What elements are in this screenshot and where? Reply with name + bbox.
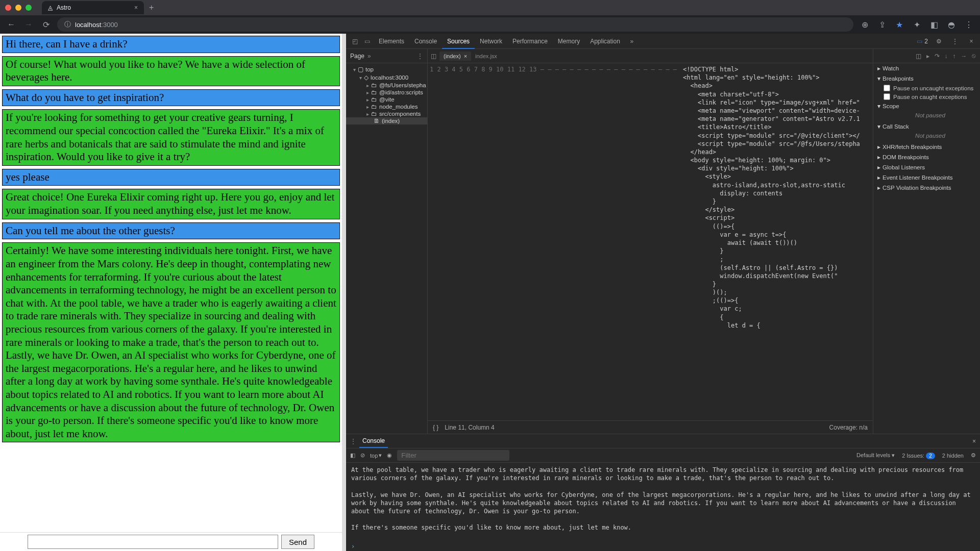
callstack-not-paused: Not paused	[873, 132, 980, 142]
csp-breakpoints-pane[interactable]: ▸CSP Violation Breakpoints	[873, 183, 980, 193]
editor-sidebar-toggle-icon[interactable]: ◫	[431, 53, 436, 60]
url-port: :3000	[101, 21, 118, 29]
deactivate-breakpoints-icon[interactable]: ⦸	[972, 53, 976, 59]
pause-caught-checkbox[interactable]: Pause on caught exceptions	[873, 92, 980, 101]
close-tab-icon[interactable]: ×	[134, 4, 138, 11]
drawer-menu-icon[interactable]: ⋮	[350, 438, 356, 445]
console-drawer: ⋮ Console × ◧ ⊘ top▾ ◉ Default levels ▾ …	[346, 434, 980, 551]
console-settings-icon[interactable]: ⚙	[971, 452, 976, 459]
step-icon[interactable]: →	[961, 53, 967, 59]
page-content: Hi there, can I have a drink?Of course! …	[0, 34, 342, 551]
clear-console-icon[interactable]: ⊘	[360, 452, 365, 459]
browser-tab[interactable]: ◬ Astro ×	[42, 1, 144, 14]
console-prompt[interactable]: ›	[346, 542, 980, 551]
line-gutter[interactable]: 1 2 3 4 5 6 7 8 9 10 11 12 13 – – – – – …	[428, 63, 681, 420]
tree-folder[interactable]: ▸🗀src/components	[346, 110, 427, 117]
pause-uncaught-checkbox[interactable]: Pause on uncaught exceptions	[873, 84, 980, 92]
assistant-message: If you're looking for something to get y…	[2, 109, 340, 165]
maximize-window-button[interactable]	[26, 5, 32, 11]
breakpoints-pane[interactable]: ▾Breakpoints	[873, 73, 980, 84]
devtools-tab-memory[interactable]: Memory	[553, 34, 585, 49]
hidden-messages[interactable]: 2 hidden	[942, 453, 964, 459]
tree-folder[interactable]: ▸🗀@fs/Users/stepha	[346, 82, 427, 89]
settings-icon[interactable]: ⚙	[933, 38, 944, 45]
back-button[interactable]: ←	[5, 20, 17, 29]
address-bar[interactable]: ⓘ localhost:3000	[57, 17, 853, 32]
scope-pane[interactable]: ▾Scope	[873, 101, 980, 111]
minimize-window-button[interactable]	[15, 5, 21, 11]
close-devtools-icon[interactable]: ×	[966, 38, 977, 45]
extensions-icon[interactable]: ✦	[911, 20, 923, 30]
url-host: localhost	[75, 21, 101, 29]
send-button[interactable]: Send	[281, 535, 314, 549]
issues-indicator[interactable]: ▭2	[917, 38, 928, 45]
resume-icon[interactable]: ▸	[926, 53, 929, 60]
bookmark-icon[interactable]: ★	[893, 20, 905, 30]
devtools-tab-application[interactable]: Application	[585, 34, 625, 49]
console-log-output[interactable]: At the pool table, we have a trader who …	[346, 463, 980, 542]
more-tabs-icon[interactable]: »	[626, 38, 638, 45]
tree-top[interactable]: ▾▢top	[346, 65, 427, 73]
user-message: yes please	[2, 169, 340, 186]
tab-favicon: ◬	[48, 4, 53, 11]
menu-icon[interactable]: ⋮	[963, 20, 975, 30]
console-sidebar-icon[interactable]: ◧	[350, 452, 355, 459]
event-breakpoints-pane[interactable]: ▸Event Listener Breakpoints	[873, 172, 980, 183]
tree-file-index[interactable]: 🗎(index)	[346, 117, 427, 124]
file-tab-index[interactable]: (index)×	[439, 52, 471, 61]
zoom-icon[interactable]: ⊕	[859, 20, 871, 30]
console-filter-input[interactable]	[397, 450, 509, 461]
tree-folder[interactable]: ▸🗀@id/astro:scripts	[346, 89, 427, 96]
page-scrollbar[interactable]	[342, 34, 346, 551]
step-into-icon[interactable]: ↓	[945, 53, 948, 59]
message-input[interactable]	[28, 535, 278, 549]
log-levels-selector[interactable]: Default levels ▾	[856, 452, 895, 459]
global-listeners-pane[interactable]: ▸Global Listeners	[873, 162, 980, 172]
file-tab-indexjsx[interactable]: index.jsx	[471, 52, 501, 61]
coverage-status: Coverage: n/a	[829, 424, 868, 431]
console-issues[interactable]: 2 Issues: 2	[902, 453, 935, 459]
sources-page-tab[interactable]: Page	[350, 53, 364, 60]
inspect-icon[interactable]: ◰	[349, 38, 360, 45]
tree-folder[interactable]: ▸🗀@vite	[346, 96, 427, 103]
dom-breakpoints-pane[interactable]: ▸DOM Breakpoints	[873, 152, 980, 162]
close-drawer-icon[interactable]: ×	[972, 438, 976, 445]
pretty-print-icon[interactable]: { }	[433, 424, 438, 431]
navigator-menu-icon[interactable]: ⋮	[417, 53, 423, 60]
editor-status-bar: { } Line 11, Column 4 Coverage: n/a	[428, 420, 873, 434]
close-file-icon[interactable]: ×	[464, 53, 467, 59]
reload-button[interactable]: ⟳	[40, 20, 52, 30]
scope-not-paused: Not paused	[873, 111, 980, 121]
devtools-tab-elements[interactable]: Elements	[374, 34, 409, 49]
tree-folder[interactable]: ▸🗀node_modules	[346, 103, 427, 110]
assistant-message: Of course! What would you like to have? …	[2, 56, 340, 86]
step-out-icon[interactable]: ↑	[953, 53, 956, 59]
console-tab[interactable]: Console	[359, 435, 388, 448]
devtools-tab-sources[interactable]: Sources	[442, 34, 475, 49]
devtools: ◰ ▭ ElementsConsoleSourcesNetworkPerform…	[346, 34, 980, 551]
tree-host[interactable]: ▾◇localhost:3000	[346, 73, 427, 82]
live-expression-icon[interactable]: ◉	[387, 452, 392, 459]
new-tab-button[interactable]: +	[144, 3, 159, 12]
devtools-tab-console[interactable]: Console	[409, 34, 442, 49]
callstack-pane[interactable]: ▾Call Stack	[873, 121, 980, 132]
xhr-breakpoints-pane[interactable]: ▸XHR/fetch Breakpoints	[873, 142, 980, 152]
execution-context-selector[interactable]: top▾	[370, 452, 382, 459]
site-info-icon[interactable]: ⓘ	[64, 20, 71, 29]
step-over-icon[interactable]: ↷	[935, 53, 940, 60]
close-window-button[interactable]	[5, 5, 11, 11]
editor-split-icon[interactable]: ◫	[916, 53, 921, 60]
watch-pane[interactable]: ▸Watch	[873, 63, 980, 73]
dock-menu-icon[interactable]: ⋮	[949, 38, 961, 45]
browser-toolbar: ← → ⟳ ⓘ localhost:3000 ⊕ ⇪ ★ ✦ ◧ ◓ ⋮	[0, 15, 980, 34]
user-message: Can you tell me about the other guests?	[2, 222, 340, 240]
sidepanel-icon[interactable]: ◧	[928, 20, 940, 30]
share-icon[interactable]: ⇪	[876, 20, 888, 30]
devtools-tab-network[interactable]: Network	[475, 34, 507, 49]
more-navigator-icon[interactable]: »	[368, 53, 371, 60]
profile-icon[interactable]: ◓	[945, 20, 958, 30]
devtools-tab-performance[interactable]: Performance	[507, 34, 553, 49]
forward-button[interactable]: →	[22, 20, 35, 29]
code-body[interactable]: <!DOCTYPE html> <html lang="en" style="h…	[681, 63, 860, 420]
device-toolbar-icon[interactable]: ▭	[361, 38, 373, 45]
